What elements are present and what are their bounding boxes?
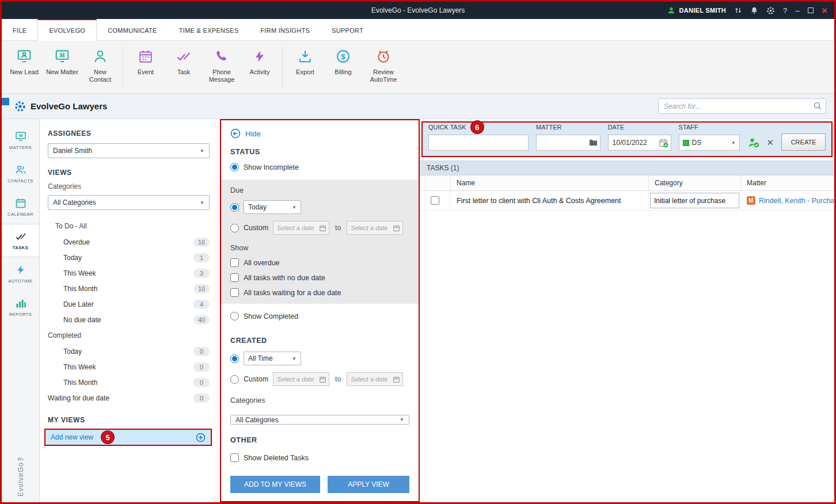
view-item-completed-today[interactable]: Today 0	[48, 343, 210, 359]
check-waiting-due-date[interactable]: All tasks waiting for a due date	[230, 288, 409, 297]
task-category-cell[interactable]: Initial letter of purchase	[649, 191, 741, 210]
sync-icon[interactable]	[734, 6, 742, 14]
add-to-my-views-button[interactable]: ADD TO MY VIEWS	[230, 476, 320, 493]
created-from-date-input[interactable]	[277, 375, 318, 384]
search-input[interactable]	[658, 98, 826, 114]
help-icon[interactable]: ?	[783, 6, 787, 15]
due-select[interactable]: Today ▼	[244, 200, 301, 214]
gear-icon[interactable]	[766, 6, 775, 15]
show-incomplete-radio[interactable]	[230, 163, 239, 171]
column-header-matter[interactable]: Matter	[741, 175, 834, 190]
task-matter-cell[interactable]: M Rindell, Kenith - Purchase	[741, 191, 834, 210]
check-all-overdue[interactable]: All overdue	[230, 258, 409, 267]
created-to-date-input[interactable]	[351, 375, 392, 384]
activity-button[interactable]: Activity	[242, 45, 278, 76]
review-autotime-button[interactable]: Review AutoTime	[363, 45, 404, 83]
column-header-category[interactable]: Category	[649, 175, 741, 190]
person-check-icon[interactable]	[747, 137, 759, 148]
waiting-due-date-checkbox[interactable]	[230, 288, 239, 297]
created-to-date-field[interactable]	[347, 372, 403, 386]
view-item-overdue[interactable]: Overdue 16	[48, 234, 210, 250]
plus-circle-icon[interactable]	[196, 433, 206, 442]
hide-filters-button[interactable]: Hide	[221, 127, 419, 147]
quick-task-input[interactable]	[428, 135, 529, 151]
created-custom-radio[interactable]	[230, 375, 239, 384]
staff-select[interactable]: DS ▼	[679, 135, 740, 151]
sidebar-item-contacts[interactable]: CONTACTS	[2, 157, 39, 190]
radio-show-completed[interactable]: Show Completed	[221, 312, 419, 320]
calendar-check-icon[interactable]	[659, 138, 668, 148]
created-alltime-radio[interactable]	[230, 354, 239, 363]
create-button[interactable]: CREATE	[781, 133, 826, 151]
task-name-cell[interactable]: First letter to client with Cli Auth & C…	[451, 191, 649, 210]
no-due-date-checkbox[interactable]	[230, 273, 239, 282]
show-deleted-checkbox[interactable]	[230, 453, 239, 462]
bell-icon[interactable]	[750, 6, 758, 14]
filter-categories-select[interactable]: All Categories ▼	[230, 415, 409, 425]
check-show-deleted[interactable]: Show Deleted Tasks	[221, 453, 419, 462]
due-to-date-input[interactable]	[351, 224, 392, 232]
matter-link[interactable]: Rindell, Kenith - Purchase	[759, 197, 834, 205]
phone-message-button[interactable]: Phone Message	[204, 45, 240, 83]
radio-created-custom[interactable]: Custom to	[221, 372, 419, 386]
view-item-this-week[interactable]: This Week 3	[48, 265, 210, 281]
export-button[interactable]: Export	[287, 45, 323, 76]
due-from-date-field[interactable]	[273, 221, 329, 235]
minimize-icon[interactable]: –	[795, 6, 800, 15]
radio-due-today[interactable]: Today ▼	[230, 200, 409, 214]
completed-group-label[interactable]: Completed	[48, 327, 210, 343]
new-lead-button[interactable]: New Lead	[6, 45, 42, 76]
view-item-completed-this-month[interactable]: This Month 0	[48, 375, 210, 390]
view-item-waiting-for-due-date[interactable]: Waiting for due date 0	[48, 390, 210, 406]
table-row[interactable]: First letter to client with Cli Auth & C…	[420, 191, 834, 211]
date-picker[interactable]: 10/01/2022	[608, 135, 671, 151]
tab-file[interactable]: FILE	[2, 19, 37, 40]
folder-icon[interactable]	[589, 139, 598, 146]
task-button[interactable]: Task	[166, 45, 202, 76]
app-gear-icon[interactable]	[14, 101, 26, 112]
user-menu[interactable]: DANIEL SMITH	[667, 6, 726, 14]
sidebar-item-matters[interactable]: M MATTERS	[2, 124, 39, 157]
created-select[interactable]: All Time ▼	[244, 352, 301, 365]
due-to-date-field[interactable]	[347, 221, 403, 235]
categories-select[interactable]: All Categories ▼	[48, 195, 210, 210]
sidebar-item-autotime[interactable]: AUTOTIME	[2, 257, 39, 291]
category-editor[interactable]: Initial letter of purchase	[650, 193, 739, 208]
due-today-radio[interactable]	[230, 203, 239, 212]
new-matter-button[interactable]: M New Matter	[44, 45, 80, 76]
view-item-completed-this-week[interactable]: This Week 0	[48, 359, 210, 375]
radio-due-custom[interactable]: Custom to	[230, 221, 409, 235]
assignee-select[interactable]: Daniel Smith ▼	[48, 143, 210, 158]
due-from-date-input[interactable]	[277, 224, 318, 232]
view-item-this-month[interactable]: This Month 10	[48, 281, 210, 296]
radio-created-alltime[interactable]: All Time ▼	[221, 352, 419, 365]
apply-view-button[interactable]: APPLY VIEW	[328, 476, 409, 493]
view-item-no-due-date[interactable]: No due date 40	[48, 312, 210, 327]
billing-button[interactable]: $ Billing	[325, 45, 361, 76]
todo-group-label[interactable]: To Do - All	[48, 218, 210, 234]
clear-icon[interactable]: ✕	[767, 138, 774, 147]
close-icon[interactable]: ×	[822, 6, 827, 16]
row-checkbox[interactable]	[431, 196, 439, 205]
tab-support[interactable]: SUPPORT	[321, 19, 374, 40]
sidebar-item-tasks[interactable]: TASKS	[2, 224, 39, 257]
sidebar-item-reports[interactable]: REPORTS	[2, 291, 39, 324]
column-header-name[interactable]: Name	[451, 175, 649, 190]
radio-show-incomplete[interactable]: Show Incomplete	[221, 163, 419, 171]
event-button[interactable]: Event	[128, 45, 164, 76]
due-custom-radio[interactable]	[230, 224, 239, 232]
maximize-icon[interactable]	[808, 7, 814, 13]
tab-time-expenses[interactable]: TIME & EXPENSES	[168, 19, 250, 40]
add-new-view-button[interactable]: Add new view 5	[44, 429, 212, 446]
tab-evolvego[interactable]: EVOLVEGO	[37, 19, 97, 41]
created-from-date-field[interactable]	[273, 372, 329, 386]
all-overdue-checkbox[interactable]	[230, 258, 239, 267]
view-item-today[interactable]: Today 1	[48, 250, 210, 265]
search-icon[interactable]	[813, 101, 822, 110]
sidebar-item-calendar[interactable]: CALENDAR	[2, 190, 39, 224]
check-no-due-date[interactable]: All tasks with no due date	[230, 273, 409, 282]
tab-firm-insights[interactable]: FIRM INSIGHTS	[249, 19, 321, 40]
new-contact-button[interactable]: New Contact	[82, 45, 118, 83]
view-item-due-later[interactable]: Due Later 4	[48, 296, 210, 312]
tab-communicate[interactable]: COMMUNICATE	[97, 19, 168, 40]
